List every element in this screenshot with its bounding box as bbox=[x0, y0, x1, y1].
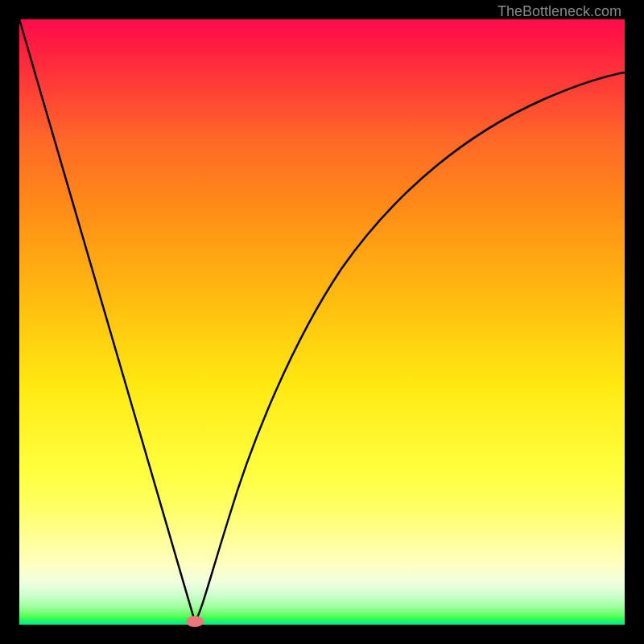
bottleneck-curve bbox=[19, 19, 625, 625]
watermark-text: TheBottleneck.com bbox=[497, 3, 621, 20]
minimum-marker bbox=[186, 616, 204, 627]
chart-area bbox=[19, 19, 625, 625]
